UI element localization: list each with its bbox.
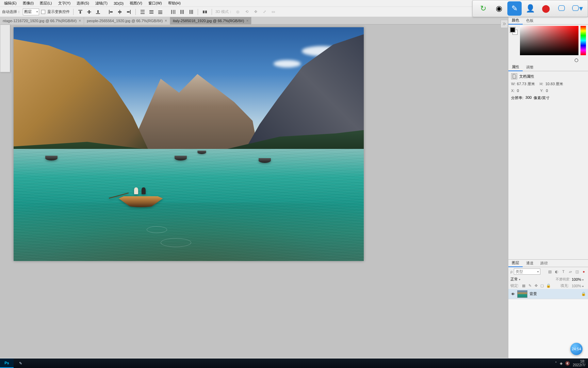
tray-network-icon[interactable]: ◈ xyxy=(560,361,562,366)
color-cursor-icon xyxy=(575,59,578,62)
close-icon[interactable]: × xyxy=(79,18,81,23)
lock-brush-icon[interactable]: ✎ xyxy=(528,283,532,288)
color-field[interactable] xyxy=(520,26,578,55)
hue-slider[interactable] xyxy=(581,26,586,55)
lock-position-icon[interactable]: ✥ xyxy=(534,283,538,288)
align-bottom-icon[interactable] xyxy=(95,9,101,15)
distribute-left-icon[interactable] xyxy=(170,9,177,15)
menu-select[interactable]: 选择(S) xyxy=(74,0,92,6)
auto-align-icon[interactable] xyxy=(201,9,208,15)
distribute-top-icon[interactable] xyxy=(139,9,146,15)
show-transform-checkbox[interactable] xyxy=(41,10,45,14)
distribute-vcenter-icon[interactable] xyxy=(148,9,155,15)
filter-type-icon[interactable]: T xyxy=(561,270,566,274)
tab-paths[interactable]: 路径 xyxy=(537,260,551,267)
menu-3d[interactable]: 3D(D) xyxy=(111,1,126,6)
monitor-icon[interactable]: 🖵 xyxy=(554,1,569,16)
record-icon[interactable]: ⬤ xyxy=(539,1,553,16)
3d-orbit-icon[interactable]: ◎ xyxy=(234,9,241,15)
menu-help[interactable]: 帮助(H) xyxy=(165,0,183,6)
fill-value[interactable]: 100% xyxy=(572,284,586,288)
document-tab[interactable]: ntage-1216720_1920.jpg @ 66.7%(RGB/8#) × xyxy=(0,17,84,25)
tab-channels[interactable]: 通道 xyxy=(523,260,537,267)
menu-filter[interactable]: 滤镜(T) xyxy=(93,0,110,6)
y-value[interactable]: 0 xyxy=(546,89,548,93)
menu-type[interactable]: 文字(Y) xyxy=(55,0,74,6)
3d-slide-icon[interactable]: ⤢ xyxy=(261,9,268,15)
menu-image[interactable]: 图像(I) xyxy=(20,0,36,6)
resolution-value[interactable]: 300 xyxy=(525,95,532,101)
svg-rect-5 xyxy=(97,10,99,13)
distribute-right-icon[interactable] xyxy=(187,9,194,15)
monitor-dropdown-icon[interactable]: 🖵▾ xyxy=(570,1,584,16)
tray-volume-icon[interactable]: 🔇 xyxy=(565,361,570,366)
panel-collapse-handle[interactable] xyxy=(501,20,508,28)
lock-pixels-icon[interactable]: ▦ xyxy=(522,283,526,288)
close-icon[interactable]: × xyxy=(246,18,248,23)
3d-pan-icon[interactable]: ✥ xyxy=(252,9,259,15)
tab-swatches[interactable]: 色板 xyxy=(523,17,537,24)
layer-item[interactable]: 👁 背景 🔒 xyxy=(508,289,588,299)
close-icon[interactable]: × xyxy=(165,18,167,23)
screen-recorder-toolbar[interactable]: ↻ ◉ ✎ 👤 ⬤ 🖵 🖵▾ xyxy=(472,0,588,17)
separator xyxy=(73,9,74,15)
auto-select-target-combo[interactable]: 图层 xyxy=(23,9,39,15)
svg-rect-25 xyxy=(182,10,182,14)
tray-chevron-icon[interactable]: ˄ xyxy=(555,361,557,366)
menu-view[interactable]: 视图(V) xyxy=(127,0,145,6)
document-tab[interactable]: italy-2585018_1920.jpg @ 66.7%(RGB/8#) × xyxy=(170,17,251,25)
3d-zoom-icon[interactable]: ▭ xyxy=(270,9,277,15)
taskbar-clock[interactable]: 18: 2022/7/ xyxy=(573,359,585,367)
menu-layer[interactable]: 图层(L) xyxy=(37,0,54,6)
foreground-color-swatch[interactable] xyxy=(510,27,515,32)
align-hcenter-icon[interactable] xyxy=(116,9,123,15)
distribute-bottom-icon[interactable] xyxy=(157,9,164,15)
lock-icon[interactable]: 🔒 xyxy=(581,292,586,296)
svg-rect-24 xyxy=(180,10,181,14)
menu-window[interactable]: 窗口(W) xyxy=(146,0,165,6)
visibility-icon[interactable]: 👁 xyxy=(510,292,515,296)
height-value[interactable]: 10.83 xyxy=(545,82,555,86)
tab-properties[interactable]: 属性 xyxy=(508,63,523,71)
tab-layers[interactable]: 图层 xyxy=(508,259,523,267)
edit-pen-icon[interactable]: ✎ xyxy=(507,1,522,16)
filter-shape-icon[interactable]: ▱ xyxy=(568,270,572,274)
align-top-icon[interactable] xyxy=(77,9,84,15)
timer-badge[interactable]: 24:54 xyxy=(570,343,583,355)
distribute-hcenter-icon[interactable] xyxy=(179,9,185,15)
floating-tool-strip[interactable] xyxy=(0,25,10,72)
separator xyxy=(135,9,136,15)
align-left-icon[interactable] xyxy=(108,9,114,15)
width-value[interactable]: 67.73 xyxy=(517,82,526,86)
3d-roll-icon[interactable]: ⟲ xyxy=(243,9,250,15)
canvas-viewport[interactable] xyxy=(0,25,508,358)
document-tab[interactable]: people-2565564_1920.jpg @ 66.7%(RGB/8#) … xyxy=(84,17,170,25)
layers-panel-tabs: 图层 通道 路径 xyxy=(508,260,588,267)
menu-edit[interactable]: 编辑(E) xyxy=(1,0,19,6)
opacity-value[interactable]: 100% xyxy=(572,277,586,281)
tab-color[interactable]: 颜色 xyxy=(508,17,523,25)
filter-adjust-icon[interactable]: ◐ xyxy=(554,270,559,274)
camera-icon[interactable]: ◉ xyxy=(492,1,506,16)
filter-smart-icon[interactable]: ◫ xyxy=(575,270,579,274)
taskbar-photoshop-icon[interactable]: Ps xyxy=(0,358,14,368)
tab-adjustments[interactable]: 调整 xyxy=(523,64,537,71)
filter-toggle-icon[interactable]: ● xyxy=(582,270,586,274)
layer-thumbnail[interactable] xyxy=(517,290,527,298)
align-right-icon[interactable] xyxy=(125,9,132,15)
user-icon[interactable]: 👤 xyxy=(523,1,537,16)
foreground-background-swatch[interactable] xyxy=(510,27,518,35)
filter-pixel-icon[interactable]: ▧ xyxy=(548,270,552,274)
taskbar-app-icon[interactable]: ✎ xyxy=(14,358,27,368)
refresh-icon[interactable]: ↻ xyxy=(476,1,490,16)
lock-artboard-icon[interactable]: ▢ xyxy=(540,283,544,288)
document-canvas[interactable] xyxy=(14,27,364,261)
layer-filter-type-combo[interactable]: 类型 xyxy=(514,269,540,275)
align-vcenter-icon[interactable] xyxy=(86,9,93,15)
svg-rect-17 xyxy=(149,13,153,14)
blend-mode-combo[interactable]: 正常 xyxy=(510,277,540,282)
lock-all-icon[interactable]: 🔒 xyxy=(546,283,550,288)
layer-name[interactable]: 背景 xyxy=(529,291,537,296)
x-value[interactable]: 0 xyxy=(517,89,519,93)
show-transform-label: 显示变换控件 xyxy=(47,9,70,14)
